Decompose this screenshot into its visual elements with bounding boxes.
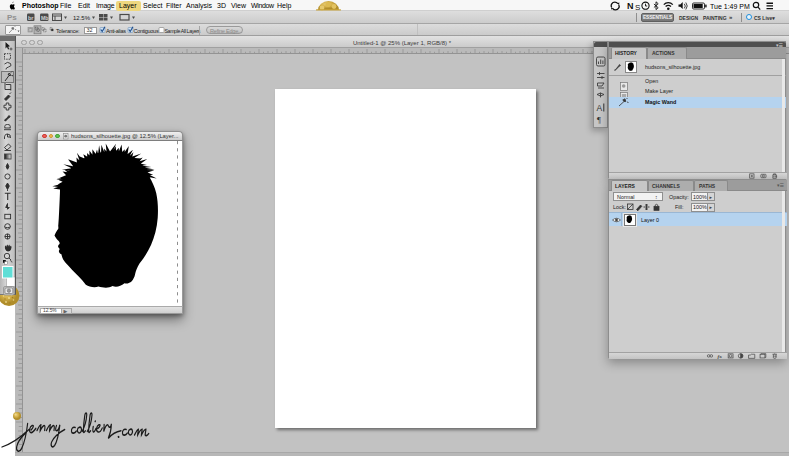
svg-text:Mb: Mb [41,15,49,21]
svg-text:A: A [597,103,603,113]
svg-text:br: br [28,15,34,21]
svg-text:S: S [635,3,640,12]
svg-text:fx: fx [718,353,723,359]
svg-text:Tue 1:49 PM: Tue 1:49 PM [710,3,750,10]
svg-text:12.5%: 12.5% [73,15,91,21]
svg-text:N: N [627,1,634,11]
svg-text:¶: ¶ [597,115,601,125]
